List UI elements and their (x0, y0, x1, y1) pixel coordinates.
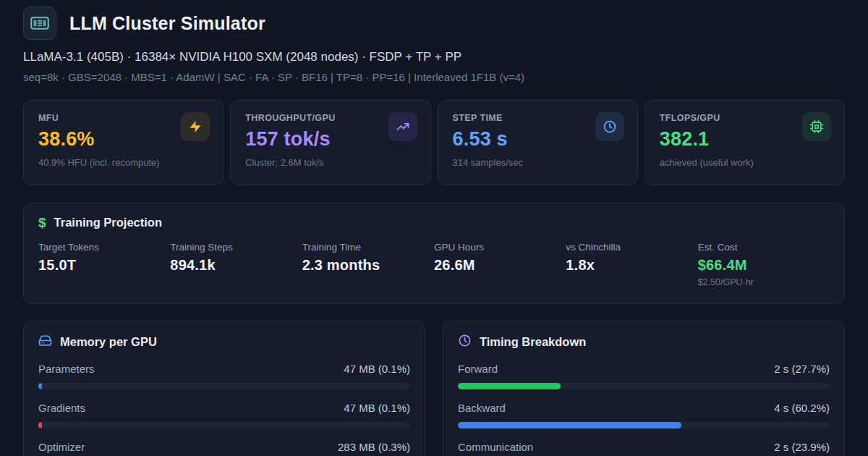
timing-row-backward: Backward 4 s (60.2%) (458, 402, 830, 428)
timing-panel: Timing Breakdown Forward 2 s (27.7%) Bac… (443, 321, 845, 456)
memory-bar-fill (38, 383, 42, 389)
metric-subtext: 314 samples/sec (453, 157, 623, 168)
training-projection-header: $ Training Projection (38, 216, 830, 229)
bar-label: Parameters (38, 363, 95, 375)
cluster-subtitle: LLaMA-3.1 (405B) · 16384× NVIDIA H100 SX… (23, 50, 845, 64)
dollar-icon: $ (38, 216, 46, 229)
bottom-panels: Memory per GPU Parameters 47 MB (0.1%) G… (23, 321, 845, 456)
metric-subtext: Cluster: 2.6M tok/s (245, 157, 415, 168)
projection-value: 1.8x (566, 257, 697, 274)
timing-row-forward: Forward 2 s (27.7%) (458, 363, 830, 389)
timing-bar-fill (458, 383, 561, 389)
memory-panel-header: Memory per GPU (38, 334, 410, 350)
projection-value: 15.0T (38, 257, 170, 274)
projection-value: 26.6M (434, 257, 566, 274)
projection-value: 2.3 months (302, 257, 434, 274)
trending-up-icon (388, 112, 417, 141)
config-line: seq=8k · GBS=2048 · MBS=1 · AdamW | SAC … (23, 71, 845, 83)
metric-card-tflops: TFLOPS/GPU 382.1 achieved (useful work) (644, 100, 845, 185)
projection-value: $66.4M (698, 257, 830, 274)
bar-label: Backward (458, 402, 506, 414)
bar-value: 283 MB (0.3%) (338, 441, 410, 453)
bar-label: Communication (458, 441, 533, 453)
projection-item-target-tokens: Target Tokens 15.0T (38, 242, 170, 287)
memory-bar-track (38, 383, 410, 389)
memory-bar-track (38, 422, 410, 428)
clock-icon (458, 334, 472, 350)
gpu-logo-icon (23, 7, 56, 40)
projection-label: Target Tokens (38, 242, 170, 253)
memory-row-optimizer: Optimizer 283 MB (0.3%) (38, 441, 410, 456)
projection-subtext: $2.50/GPU·hr (698, 277, 830, 287)
metric-subtext: 40.9% HFU (incl. recompute) (38, 157, 208, 168)
bar-value: 47 MB (0.1%) (344, 363, 410, 375)
page-title: LLM Cluster Simulator (69, 13, 265, 34)
app-header: LLM Cluster Simulator (23, 7, 845, 40)
memory-panel: Memory per GPU Parameters 47 MB (0.1%) G… (23, 321, 425, 456)
projection-value: 894.1k (170, 257, 302, 274)
metric-card-mfu: MFU 38.6% 40.9% HFU (incl. recompute) (23, 100, 224, 185)
memory-bar-fill (38, 422, 42, 428)
metric-card-step-time: STEP TIME 6.53 s 314 samples/sec (438, 100, 638, 185)
projection-label: Training Time (302, 242, 434, 253)
hard-drive-icon (38, 334, 52, 350)
projection-item-est-cost: Est. Cost $66.4M $2.50/GPU·hr (698, 242, 830, 287)
timing-bar-fill (458, 422, 681, 428)
bar-value: 2 s (23.9%) (774, 441, 830, 453)
timing-bar-track (458, 422, 830, 428)
training-projection-panel: $ Training Projection Target Tokens 15.0… (23, 203, 845, 304)
projection-label: vs Chinchilla (566, 242, 697, 253)
timing-bar-track (458, 383, 830, 389)
memory-row-parameters: Parameters 47 MB (0.1%) (38, 363, 410, 389)
projection-item-gpu-hours: GPU Hours 26.6M (434, 242, 566, 287)
projection-label: Training Steps (170, 242, 302, 253)
dashboard: LLM Cluster Simulator LLaMA-3.1 (405B) ·… (0, 0, 868, 456)
timing-row-communication: Communication 2 s (23.9%) (458, 441, 830, 456)
projection-label: GPU Hours (434, 242, 566, 253)
projection-item-training-steps: Training Steps 894.1k (170, 242, 302, 287)
panel-title: Training Projection (54, 216, 162, 229)
timing-panel-header: Timing Breakdown (458, 334, 830, 350)
clock-icon (595, 112, 624, 141)
bar-value: 2 s (27.7%) (774, 363, 830, 375)
projection-label: Est. Cost (698, 242, 830, 253)
panel-title: Timing Breakdown (480, 335, 586, 349)
cpu-icon (802, 112, 831, 141)
panel-title: Memory per GPU (60, 335, 157, 349)
projection-item-vs-chinchilla: vs Chinchilla 1.8x (566, 242, 697, 287)
bar-value: 4 s (60.2%) (774, 402, 830, 414)
bar-label: Optimizer (38, 441, 85, 453)
metric-card-throughput: THROUGHPUT/GPU 157 tok/s Cluster: 2.6M t… (230, 100, 430, 185)
memory-row-gradients: Gradients 47 MB (0.1%) (38, 402, 410, 428)
projection-grid: Target Tokens 15.0T Training Steps 894.1… (38, 242, 830, 287)
bar-value: 47 MB (0.1%) (344, 402, 410, 414)
projection-item-training-time: Training Time 2.3 months (302, 242, 434, 287)
metric-cards: MFU 38.6% 40.9% HFU (incl. recompute) TH… (23, 100, 845, 185)
bar-label: Gradients (38, 402, 85, 414)
bar-label: Forward (458, 363, 498, 375)
zap-icon (181, 112, 210, 141)
metric-subtext: achieved (useful work) (660, 157, 830, 168)
